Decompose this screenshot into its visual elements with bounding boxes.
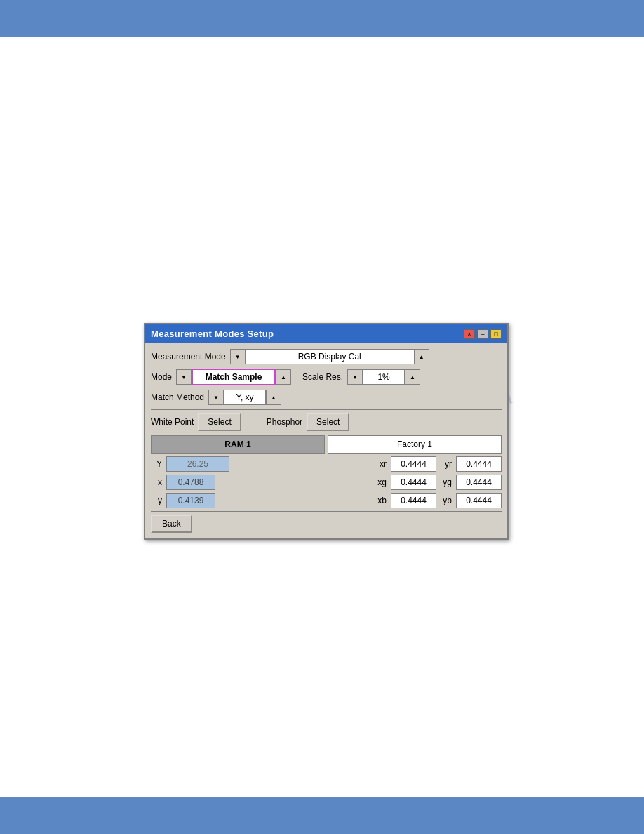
match-method-up-btn[interactable] [266,390,281,405]
mode-scale-row: Mode Match Sample Scale Res. 1% [151,369,502,385]
titlebar-controls: × – □ [464,329,502,339]
xg-value[interactable]: 0.4444 [391,475,436,490]
separator-1 [151,409,502,410]
mode-dropdown: Match Sample [176,369,291,385]
back-button[interactable]: Back [151,515,192,533]
dialog-body: Measurement Mode RGB Display Cal Mode Ma… [145,343,507,538]
Y-value: 26.25 [166,456,229,472]
factory-header: Factory 1 [328,435,502,454]
measurement-mode-down-btn[interactable] [230,349,246,364]
scale-res-dropdown: 1% [347,369,420,385]
y-data-row-2: y 0.4139 xb 0.4444 yb 0.4444 [151,493,502,508]
white-point-label: White Point [151,417,194,427]
x-value: 0.4788 [166,475,215,490]
dialog-titlebar: Measurement Modes Setup × – □ [145,324,507,343]
white-point-select-button[interactable]: Select [198,413,241,431]
yb-label: yb [441,496,452,505]
mode-value: Match Sample [192,369,276,385]
y-value: 0.4139 [166,493,215,508]
Y-label: Y [151,459,162,469]
white-phosphor-row: White Point Select Phosphor Select [151,413,502,431]
match-method-down-btn[interactable] [208,390,224,405]
match-method-value: Y, xy [224,390,266,405]
yg-label: yg [441,477,452,487]
section-headers: RAM 1 Factory 1 [151,435,502,454]
measurement-mode-value: RGB Display Cal [246,349,414,364]
xb-value[interactable]: 0.4444 [391,493,436,508]
dialog-window: Measurement Modes Setup × – □ Measuremen… [144,323,509,540]
mode-up-btn[interactable] [276,369,291,385]
scale-res-label: Scale Res. [302,372,343,382]
y-label-2: y [151,496,162,505]
ram-header: RAM 1 [151,435,325,454]
xg-label: xg [375,477,387,487]
match-method-dropdown: Y, xy [208,390,281,405]
yb-value[interactable]: 0.4444 [456,493,502,508]
scale-res-up-btn[interactable] [405,369,420,385]
minimize-button[interactable]: – [477,329,488,339]
scale-res-down-btn[interactable] [347,369,363,385]
mode-label: Mode [151,372,172,382]
match-method-label: Match Method [151,392,204,402]
phosphor-label: Phosphor [267,417,302,427]
mode-down-btn[interactable] [176,369,192,385]
xr-value[interactable]: 0.4444 [391,456,436,472]
yr-label: yr [441,459,452,469]
xr-label: xr [375,459,387,469]
close-button[interactable]: × [464,329,475,339]
measurement-mode-row: Measurement Mode RGB Display Cal [151,349,502,364]
measurement-mode-up-btn[interactable] [414,349,429,364]
dialog-title: Measurement Modes Setup [151,329,274,339]
top-bar [0,0,644,37]
match-method-row: Match Method Y, xy [151,390,502,405]
measurement-mode-dropdown: RGB Display Cal [230,349,429,364]
separator-2 [151,511,502,512]
back-row: Back [151,515,502,533]
phosphor-select-button[interactable]: Select [307,413,349,431]
measurement-mode-label: Measurement Mode [151,352,226,362]
x-label: x [151,477,162,487]
bottom-bar [0,797,644,834]
yr-value[interactable]: 0.4444 [456,456,502,472]
xb-label: xb [375,496,387,505]
x-data-row: x 0.4788 xg 0.4444 yg 0.4444 [151,475,502,490]
maximize-button[interactable]: □ [490,329,502,339]
scale-res-value: 1% [363,369,405,385]
y-data-row: Y 26.25 xr 0.4444 yr 0.4444 [151,456,502,472]
yg-value[interactable]: 0.4444 [456,475,502,490]
